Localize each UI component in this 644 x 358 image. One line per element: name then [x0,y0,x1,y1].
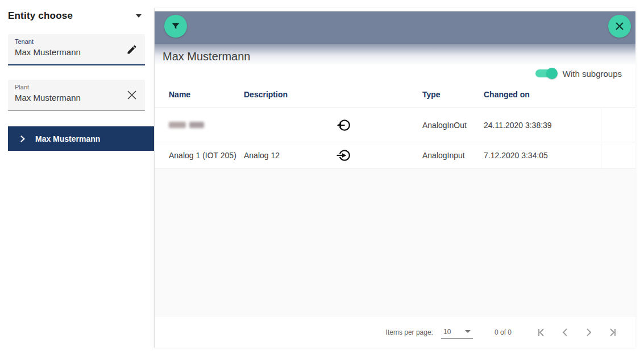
filter-button[interactable] [164,15,187,38]
clear-plant-button[interactable] [124,88,139,102]
tenant-label: Tenant [15,38,122,45]
entity-sidebar: Entity choose Tenant Max Mustermann Plan… [0,0,154,358]
previous-page-button[interactable] [559,327,571,338]
column-divider-line [601,108,601,169]
items-per-page-select[interactable]: 10 [441,327,473,339]
paginator: Items per page: 10 0 of 0 [155,317,635,348]
chevron-left-icon [559,327,571,338]
plant-field[interactable]: Plant Max Mustermann [8,80,145,111]
next-page-button[interactable] [583,327,595,338]
plant-value: Max Mustermann [15,93,122,102]
filter-funnel-icon [170,20,181,32]
tenant-value: Max Mustermann [15,47,122,57]
close-x-icon [614,21,625,31]
entity-choose-header[interactable]: Entity choose [8,10,145,22]
arrow-into-circle-icon [328,148,360,163]
with-subgroups-toggle[interactable] [535,69,556,77]
entity-detail-panel: Max Mustermann With subgroups Name Descr… [154,8,635,348]
entity-choose-title: Entity choose [8,10,73,22]
changed-on-cell: 7.12.2020 3:34:05 [484,151,635,160]
table-row[interactable]: AnalogInOut 24.11.2020 3:38:39 [155,108,635,142]
entity-tree-item[interactable]: Max Mustermann [8,126,154,151]
column-header-name[interactable]: Name [169,90,244,99]
pencil-icon [126,44,138,55]
first-page-button[interactable] [535,327,547,338]
select-caret-icon [465,330,471,333]
changed-on-cell: 24.11.2020 3:38:39 [484,121,635,130]
last-page-icon [607,327,618,338]
type-cell: AnalogInput [422,151,484,160]
pager-controls [535,327,618,338]
page-range-label: 0 of 0 [495,328,512,336]
chevron-right-icon[interactable] [19,135,26,142]
clear-x-icon [127,90,137,100]
tenant-field[interactable]: Tenant Max Mustermann [8,34,145,65]
panel-title-strip: Max Mustermann [155,44,635,65]
close-panel-button[interactable] [608,15,631,38]
column-header-type[interactable]: Type [422,90,484,99]
panel-title: Max Mustermann [163,50,251,63]
description-cell: Analog 12 [244,151,328,160]
edit-tenant-button[interactable] [124,42,139,57]
items-per-page-value: 10 [443,328,451,336]
plant-label: Plant [15,84,122,90]
chevron-right-icon [583,327,595,338]
entity-tree-item-label: Max Mustermann [35,134,100,143]
items-per-page-label: Items per page: [386,328,433,336]
panel-toolbar [155,11,635,44]
arrow-out-of-circle-icon [328,118,360,133]
subgroups-toggle-row: With subgroups [155,65,635,81]
redacted-name-cell [169,122,244,128]
column-header-description[interactable]: Description [244,90,328,99]
name-cell: Analog 1 (IOT 205) [169,151,244,160]
first-page-icon [535,327,547,338]
type-cell: AnalogInOut [422,121,484,130]
table-header-row: Name Description Type Changed on [155,81,635,108]
last-page-button[interactable] [607,327,618,338]
toggle-thumb[interactable] [546,68,558,79]
with-subgroups-label: With subgroups [563,69,622,79]
column-header-changed-on[interactable]: Changed on [484,90,635,99]
collapse-caret-icon[interactable] [136,14,142,18]
table-row[interactable]: Analog 1 (IOT 205) Analog 12 AnalogInput… [155,142,635,169]
empty-table-area [155,169,635,317]
